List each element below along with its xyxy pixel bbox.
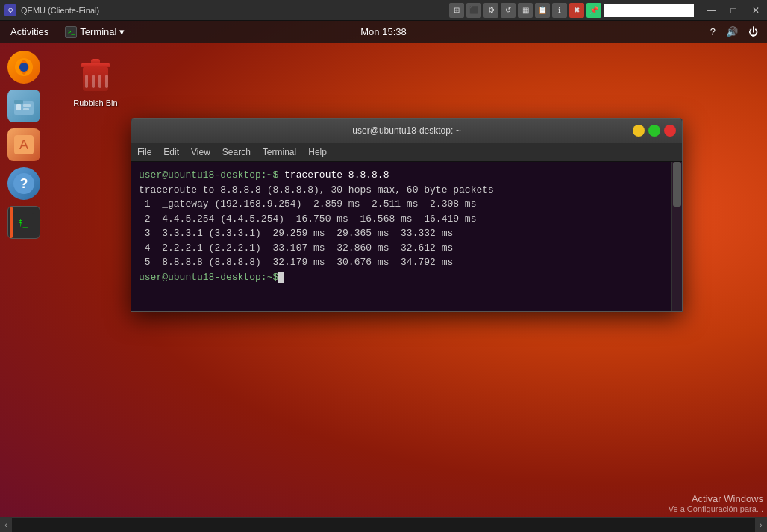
sidebar-item-appstore[interactable]: A bbox=[7, 128, 40, 161]
svg-text:$_: $_ bbox=[18, 218, 28, 228]
terminal-menu-chevron: ▾ bbox=[119, 26, 125, 37]
terminal-line-3: 1 _gateway (192.168.9.254) 2.859 ms 2.51… bbox=[139, 197, 674, 212]
rubbish-bin-label: Rubbish Bin bbox=[73, 98, 117, 107]
terminal-prompt-2: user@ubuntu18-desktop:~$ bbox=[139, 272, 278, 283]
qemu-search-input[interactable] bbox=[604, 4, 694, 17]
sidebar-item-files[interactable] bbox=[7, 90, 40, 122]
power-icon[interactable]: ⏻ bbox=[745, 25, 761, 39]
watermark-line2: Ve a Configuración para... bbox=[669, 504, 763, 513]
appstore-icon: A bbox=[13, 134, 35, 156]
trash-body bbox=[83, 67, 108, 91]
svg-rect-4 bbox=[16, 104, 21, 110]
terminal-cursor bbox=[278, 272, 284, 283]
taskbar-scroll-right[interactable]: › bbox=[755, 518, 767, 533]
ubuntu-topbar: Activities >_ Terminal ▾ Mon 15:38 ? 🔊 ⏻ bbox=[0, 21, 767, 43]
terminal-maximize-button[interactable] bbox=[648, 125, 660, 137]
qemu-tool-info[interactable]: ℹ bbox=[552, 3, 567, 18]
qemu-app-icon: Q bbox=[4, 4, 16, 16]
ubuntu-right-icons: ? 🔊 ⏻ bbox=[707, 25, 767, 39]
svg-rect-6 bbox=[23, 108, 29, 110]
qemu-title-text: QEMU (Cliente-Final) bbox=[21, 6, 99, 15]
watermark-line1: Activar Windows bbox=[669, 493, 763, 504]
terminal-line-1: user@ubuntu18-desktop:~$ traceroute 8.8.… bbox=[139, 168, 674, 183]
qemu-tool-1[interactable]: ⊞ bbox=[449, 3, 464, 18]
taskbar-scroll-left[interactable]: ‹ bbox=[0, 518, 12, 533]
terminal-minimize-button[interactable] bbox=[633, 125, 645, 137]
volume-icon[interactable]: 🔊 bbox=[723, 25, 741, 39]
qemu-tool-stop[interactable]: ✖ bbox=[569, 3, 584, 18]
terminal-window-buttons bbox=[633, 125, 676, 137]
qemu-tool-clip[interactable]: 📋 bbox=[535, 3, 550, 18]
sidebar-item-help[interactable]: ? bbox=[7, 167, 40, 200]
taskbar: ‹ › bbox=[0, 517, 767, 532]
terminal-menu-help[interactable]: Help bbox=[308, 147, 327, 157]
terminal-line-2: traceroute to 8.8.8.8 (8.8.8.8), 30 hops… bbox=[139, 183, 674, 198]
qemu-titlebar: Q QEMU (Cliente-Final) ⊞ ⬛ ⚙ ↺ ▦ 📋 ℹ ✖ 📌… bbox=[0, 0, 767, 21]
svg-text:A: A bbox=[19, 137, 28, 152]
windows-watermark: Activar Windows Ve a Configuración para.… bbox=[669, 493, 763, 513]
terminal-scrollbar[interactable] bbox=[671, 162, 682, 311]
sidebar-item-terminal[interactable]: $_ bbox=[7, 206, 40, 239]
svg-rect-5 bbox=[23, 104, 31, 107]
terminal-scrollbar-thumb[interactable] bbox=[673, 162, 681, 207]
terminal-titlebar: user@ubuntu18-desktop: ~ bbox=[131, 119, 682, 143]
terminal-line-4: 2 4.4.5.254 (4.4.5.254) 16.750 ms 16.568… bbox=[139, 212, 674, 227]
trash-line-4 bbox=[105, 75, 108, 88]
rubbish-bin-image bbox=[78, 60, 113, 96]
svg-point-1 bbox=[19, 63, 28, 72]
terminal-menubar: File Edit View Search Terminal Help bbox=[131, 143, 682, 162]
qemu-window-controls: — □ ✕ bbox=[700, 0, 767, 21]
trash-lines bbox=[85, 75, 108, 88]
terminal-menu-icon: >_ bbox=[65, 26, 77, 38]
terminal-body[interactable]: user@ubuntu18-desktop:~$ traceroute 8.8.… bbox=[131, 162, 682, 311]
sidebar-dock: A ? $_ bbox=[0, 43, 48, 517]
system-clock: Mon 15:38 bbox=[360, 26, 406, 37]
terminal-cmd-1: traceroute 8.8.8.8 bbox=[278, 169, 389, 181]
files-icon bbox=[13, 96, 35, 116]
qemu-title-left: Q QEMU (Cliente-Final) bbox=[0, 4, 446, 16]
terminal-menu-terminal[interactable]: Terminal bbox=[263, 147, 296, 157]
terminal-menu-view[interactable]: View bbox=[191, 147, 210, 157]
svg-text:?: ? bbox=[20, 176, 28, 191]
terminal-window-title: user@ubuntu18-desktop: ~ bbox=[352, 125, 460, 136]
terminal-menu-file[interactable]: File bbox=[137, 147, 151, 157]
qemu-tool-pin[interactable]: 📌 bbox=[586, 3, 601, 18]
qemu-minimize-button[interactable]: — bbox=[700, 0, 722, 21]
qemu-tool-refresh[interactable]: ↺ bbox=[501, 3, 516, 18]
terminal-line-8: user@ubuntu18-desktop:~$ bbox=[139, 270, 674, 285]
activities-button[interactable]: Activities bbox=[0, 21, 59, 43]
terminal-dock-icon-svg: $_ bbox=[13, 213, 34, 231]
trash-line-1 bbox=[85, 75, 88, 88]
terminal-prompt-1: user@ubuntu18-desktop:~$ bbox=[139, 169, 278, 181]
terminal-window: user@ubuntu18-desktop: ~ File Edit View … bbox=[131, 118, 683, 312]
trash-line-2 bbox=[92, 75, 95, 88]
terminal-line-5: 3 3.3.3.1 (3.3.3.1) 29.259 ms 29.365 ms … bbox=[139, 226, 674, 241]
qemu-tool-2[interactable]: ⬛ bbox=[466, 3, 481, 18]
terminal-menu-search[interactable]: Search bbox=[222, 147, 251, 157]
terminal-menu-label: Terminal bbox=[80, 26, 116, 37]
terminal-line-6: 4 2.2.2.1 (2.2.2.1) 33.107 ms 32.860 ms … bbox=[139, 241, 674, 256]
qemu-maximize-button[interactable]: □ bbox=[722, 0, 745, 21]
qemu-close-button[interactable]: ✕ bbox=[745, 0, 767, 21]
terminal-menu-edit[interactable]: Edit bbox=[163, 147, 179, 157]
qemu-tool-grid[interactable]: ▦ bbox=[518, 3, 533, 18]
help-icon[interactable]: ? bbox=[707, 25, 719, 39]
help-icon: ? bbox=[13, 172, 35, 195]
trash-can-graphic bbox=[82, 63, 109, 93]
terminal-close-button[interactable] bbox=[664, 125, 676, 137]
svg-rect-3 bbox=[14, 100, 23, 104]
terminal-line-7: 5 8.8.8.8 (8.8.8.8) 32.179 ms 30.676 ms … bbox=[139, 255, 674, 270]
firefox-icon bbox=[13, 56, 35, 78]
terminal-app-menu[interactable]: >_ Terminal ▾ bbox=[59, 26, 131, 38]
qemu-tool-settings[interactable]: ⚙ bbox=[483, 3, 498, 18]
rubbish-bin-icon[interactable]: Rubbish Bin bbox=[66, 60, 125, 107]
trash-line-3 bbox=[98, 75, 101, 88]
sidebar-item-firefox[interactable] bbox=[7, 51, 40, 84]
qemu-toolbar: ⊞ ⬛ ⚙ ↺ ▦ 📋 ℹ ✖ 📌 bbox=[446, 3, 604, 18]
